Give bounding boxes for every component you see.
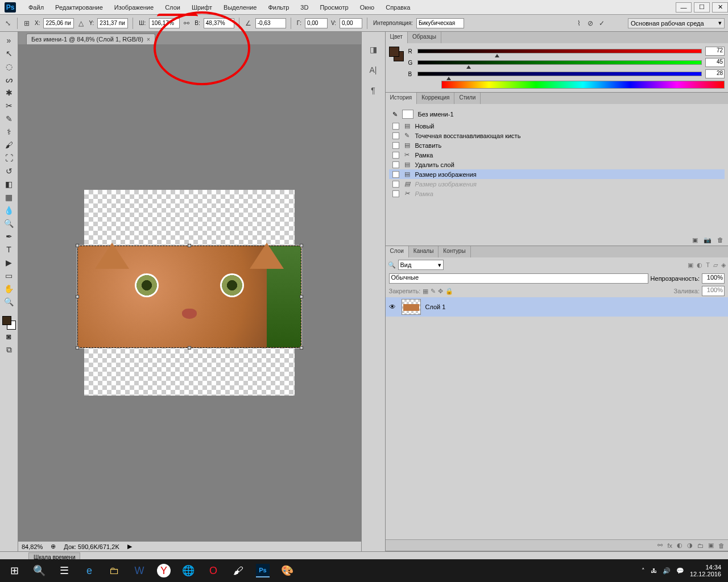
history-brush-source-icon[interactable]: ✎ bbox=[392, 111, 398, 118]
history-source-checkbox[interactable] bbox=[392, 171, 399, 178]
lock-all-icon[interactable]: 🔒 bbox=[445, 288, 453, 295]
layer-fx-icon[interactable]: fx bbox=[667, 542, 672, 549]
screen-mode-icon[interactable]: ⧉ bbox=[2, 343, 16, 356]
h-field[interactable]: 48,37% bbox=[204, 18, 234, 28]
interp-dropdown[interactable]: Бикубическая bbox=[416, 18, 464, 28]
link-layers-icon[interactable]: ⚯ bbox=[657, 542, 663, 549]
brush-tool[interactable]: 🖌 bbox=[2, 139, 16, 151]
tab-paths[interactable]: Контуры bbox=[439, 246, 470, 257]
filter-pixel-icon[interactable]: ▣ bbox=[688, 261, 693, 269]
g-value[interactable]: 45 bbox=[705, 58, 725, 67]
warp-icon[interactable]: ⌇ bbox=[574, 19, 584, 28]
collapse-icon[interactable]: » bbox=[2, 34, 16, 47]
zoom-expand-icon[interactable]: ⊕ bbox=[51, 543, 56, 550]
tab-color[interactable]: Цвет bbox=[386, 32, 408, 43]
history-item[interactable]: ▤Новый bbox=[389, 121, 725, 131]
layer-name[interactable]: Слой 1 bbox=[425, 304, 446, 310]
layer-image-cat[interactable] bbox=[77, 246, 301, 348]
tab-channels[interactable]: Каналы bbox=[409, 246, 439, 257]
delete-state-icon[interactable]: 🗑 bbox=[717, 236, 723, 244]
tray-date[interactable]: 12.12.2016 bbox=[690, 571, 721, 577]
healing-brush-tool[interactable]: ⚕ bbox=[2, 126, 16, 138]
paragraph-icon[interactable]: ¶ bbox=[367, 84, 379, 97]
color-preview[interactable] bbox=[389, 47, 404, 61]
blur-tool[interactable]: 💧 bbox=[2, 204, 16, 217]
layer-filter-dropdown[interactable]: Вид▾ bbox=[398, 260, 444, 270]
layer-mask-icon[interactable]: ◐ bbox=[677, 542, 682, 549]
shape-tool[interactable]: ▭ bbox=[2, 269, 16, 282]
snapshot-icon[interactable]: 📷 bbox=[704, 236, 712, 244]
history-source-checkbox[interactable] bbox=[392, 161, 399, 168]
quick-select-tool[interactable]: ✱ bbox=[2, 86, 16, 99]
new-doc-from-state-icon[interactable]: ▣ bbox=[692, 236, 698, 244]
photoshop-taskbar-icon[interactable]: Ps bbox=[256, 564, 270, 577]
gradient-tool[interactable]: ▦ bbox=[2, 191, 16, 203]
filter-shape-icon[interactable]: ▱ bbox=[713, 261, 718, 269]
opera-icon[interactable]: O bbox=[201, 559, 225, 582]
group-icon[interactable]: 🗀 bbox=[697, 542, 704, 549]
layer-row[interactable]: 👁 Слой 1 bbox=[386, 297, 729, 317]
filter-adjust-icon[interactable]: ◐ bbox=[697, 261, 702, 269]
w-field[interactable]: 106,17% bbox=[149, 18, 180, 28]
history-item[interactable]: ▤Удалить слой bbox=[389, 160, 725, 169]
history-item[interactable]: ▤Размер изображения bbox=[389, 179, 725, 189]
fg-bg-colors[interactable] bbox=[2, 316, 16, 330]
blend-mode-dropdown[interactable]: Обычные bbox=[389, 273, 648, 284]
path-select-tool[interactable]: ▶ bbox=[2, 256, 16, 269]
r-value[interactable]: 72 bbox=[705, 47, 725, 56]
menu-select[interactable]: Выделение bbox=[218, 4, 262, 11]
commit-transform-icon[interactable]: ✓ bbox=[597, 19, 606, 28]
tab-close-icon[interactable]: × bbox=[147, 36, 150, 43]
tab-history[interactable]: История bbox=[386, 93, 417, 104]
layer-thumbnail[interactable] bbox=[402, 299, 421, 315]
delta-icon[interactable]: △ bbox=[76, 19, 85, 28]
lasso-tool[interactable]: ᔕ bbox=[2, 73, 16, 86]
menu-view[interactable]: Просмотр bbox=[314, 4, 354, 11]
menu-filter[interactable]: Фильтр bbox=[262, 4, 295, 11]
menu-edit[interactable]: Редактирование bbox=[49, 4, 109, 11]
history-item[interactable]: ▤Размер изображения bbox=[389, 169, 725, 179]
minimize-button[interactable]: — bbox=[676, 2, 692, 13]
eraser-tool[interactable]: ◧ bbox=[2, 178, 16, 190]
tab-styles[interactable]: Стили bbox=[454, 93, 481, 104]
status-menu-icon[interactable]: ▶ bbox=[127, 543, 132, 550]
b-value[interactable]: 28 bbox=[705, 69, 725, 78]
menu-help[interactable]: Справка bbox=[380, 4, 416, 11]
start-button[interactable]: ⊞ bbox=[2, 559, 26, 582]
paint-icon[interactable]: 🖌 bbox=[226, 559, 250, 582]
tray-network-icon[interactable]: 🖧 bbox=[651, 567, 657, 574]
swatches-icon[interactable]: ◨ bbox=[367, 43, 379, 56]
stamp-tool[interactable]: ⛶ bbox=[2, 152, 16, 164]
layer-visibility-icon[interactable]: 👁 bbox=[389, 303, 397, 311]
link-wh-icon[interactable]: ⚯ bbox=[182, 19, 191, 28]
tray-up-icon[interactable]: ˄ bbox=[642, 567, 645, 575]
yandex-icon[interactable]: Y bbox=[157, 564, 171, 577]
task-view-icon[interactable]: ☰ bbox=[52, 559, 76, 582]
quick-mask-icon[interactable]: ◙ bbox=[2, 330, 16, 343]
history-item[interactable]: ✎Точечная восстанавливающая кисть bbox=[389, 131, 725, 140]
edge-icon[interactable]: e bbox=[77, 559, 101, 582]
menu-file[interactable]: Файл bbox=[23, 4, 49, 11]
tray-time[interactable]: 14:34 bbox=[690, 564, 721, 571]
history-source-checkbox[interactable] bbox=[392, 152, 399, 159]
history-source-checkbox[interactable] bbox=[392, 181, 399, 188]
zoom-level[interactable]: 84,82% bbox=[22, 543, 43, 550]
document-tab[interactable]: Без имени-1 @ 84,8% (Слой 1, RGB/8) × bbox=[26, 34, 155, 44]
history-source-checkbox[interactable] bbox=[392, 190, 399, 197]
marquee-tool[interactable]: ◌ bbox=[2, 60, 16, 73]
chrome-icon[interactable]: 🌐 bbox=[176, 559, 200, 582]
b-slider[interactable] bbox=[417, 72, 702, 76]
history-source-checkbox[interactable] bbox=[392, 142, 399, 149]
menu-layers[interactable]: Слои bbox=[159, 4, 186, 11]
filter-type-icon[interactable]: T bbox=[706, 261, 710, 269]
character-icon[interactable]: A| bbox=[367, 64, 379, 76]
palette-icon[interactable]: 🎨 bbox=[275, 559, 299, 582]
tray-volume-icon[interactable]: 🔊 bbox=[663, 567, 671, 575]
history-item[interactable]: ✂Рамка bbox=[389, 189, 725, 198]
y-field[interactable]: 231,37 пи bbox=[97, 18, 128, 28]
history-source-checkbox[interactable] bbox=[392, 132, 399, 139]
lock-pixels-icon[interactable]: ✎ bbox=[431, 288, 436, 295]
cancel-transform-icon[interactable]: ⊘ bbox=[586, 19, 595, 28]
pen-tool[interactable]: ✒ bbox=[2, 230, 16, 243]
tab-adjustments[interactable]: Коррекция bbox=[417, 93, 454, 104]
